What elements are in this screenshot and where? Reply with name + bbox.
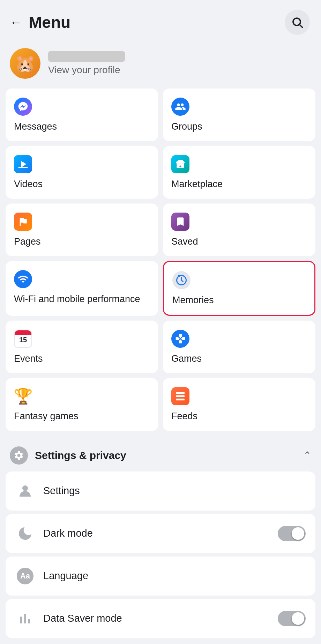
settings-header-left: Settings & privacy — [10, 446, 126, 465]
wifi-svg — [17, 274, 29, 285]
groups-label: Groups — [171, 121, 307, 133]
profile-row[interactable]: 🐹 View your profile — [0, 42, 321, 89]
marketplace-svg — [175, 159, 186, 170]
saved-svg — [175, 216, 186, 227]
settings-item-dark-mode[interactable]: Dark mode — [6, 514, 315, 553]
videos-svg — [17, 159, 29, 170]
avatar: 🐹 — [10, 48, 40, 79]
events-icon: 15 — [14, 330, 32, 348]
settings-chevron-icon: ⌃ — [303, 450, 311, 461]
settings-person-icon — [15, 481, 35, 501]
games-icon — [171, 330, 189, 348]
svg-line-1 — [300, 25, 303, 28]
messenger-svg — [17, 101, 29, 112]
data-saver-label: Data Saver mode — [43, 613, 122, 624]
memories-icon — [172, 271, 191, 289]
svg-rect-6 — [176, 399, 185, 400]
profile-name-blurred — [48, 51, 125, 62]
menu-item-wifi[interactable]: Wi-Fi and mobile performance — [6, 261, 158, 316]
games-svg — [175, 333, 186, 344]
fantasy-icon: 🏆 — [14, 387, 32, 405]
settings-item-language[interactable]: Aa Language — [6, 557, 315, 596]
dark-mode-label: Dark mode — [43, 528, 93, 539]
header-left: ← Menu — [10, 13, 70, 32]
feeds-label: Feeds — [171, 410, 307, 422]
view-profile-link: View your profile — [48, 64, 125, 76]
pages-svg — [17, 216, 29, 227]
menu-item-groups[interactable]: Groups — [163, 89, 315, 141]
data-saver-icon — [15, 609, 35, 628]
pages-label: Pages — [14, 236, 150, 248]
marketplace-label: Marketplace — [171, 178, 307, 190]
language-aa-icon: Aa — [17, 568, 33, 584]
svg-rect-4 — [176, 392, 185, 394]
videos-label: Videos — [14, 178, 150, 190]
profile-info: View your profile — [48, 51, 125, 76]
person-svg — [17, 483, 33, 499]
svg-point-7 — [22, 485, 28, 491]
menu-item-events[interactable]: 15 Events — [6, 321, 158, 373]
menu-item-fantasy[interactable]: 🏆 Fantasy games — [6, 378, 158, 431]
menu-item-feeds[interactable]: Feeds — [163, 378, 315, 431]
gear-svg — [14, 450, 24, 461]
menu-grid: Messages Groups Videos Marketplace — [0, 89, 321, 431]
search-button[interactable] — [285, 10, 310, 35]
svg-rect-2 — [18, 167, 28, 168]
groups-svg — [175, 101, 186, 112]
messenger-icon — [14, 98, 32, 116]
data-saver-svg — [17, 610, 33, 627]
menu-item-marketplace[interactable]: Marketplace — [163, 146, 315, 199]
menu-item-pages[interactable]: Pages — [6, 204, 158, 256]
data-saver-toggle-knob — [292, 612, 304, 625]
moon-icon — [15, 524, 35, 543]
settings-item-data-saver[interactable]: Data Saver mode — [6, 599, 315, 638]
saved-icon — [171, 213, 189, 231]
settings-section: Settings & privacy ⌃ Settings — [0, 437, 321, 638]
menu-item-memories[interactable]: Memories — [163, 261, 315, 316]
marketplace-icon — [171, 155, 189, 173]
fantasy-label: Fantasy games — [14, 410, 150, 422]
toggle-knob — [292, 527, 304, 540]
settings-item-settings[interactable]: Settings — [6, 472, 315, 511]
settings-header[interactable]: Settings & privacy ⌃ — [0, 437, 321, 472]
menu-item-saved[interactable]: Saved — [163, 204, 315, 256]
memories-label: Memories — [172, 294, 306, 306]
menu-item-messages[interactable]: Messages — [6, 89, 158, 141]
moon-svg — [17, 525, 33, 542]
pages-icon — [14, 213, 32, 231]
groups-icon — [171, 98, 189, 116]
settings-item-data-saver-left: Data Saver mode — [15, 609, 122, 628]
settings-item-language-left: Aa Language — [15, 566, 88, 586]
settings-item-settings-left: Settings — [15, 481, 80, 501]
settings-list: Settings Dark mode Aa — [0, 472, 321, 638]
language-label: Language — [43, 570, 88, 582]
menu-item-games[interactable]: Games — [163, 321, 315, 373]
gear-icon — [10, 446, 28, 465]
messages-label: Messages — [14, 121, 150, 133]
saved-label: Saved — [171, 236, 307, 248]
feeds-icon — [171, 387, 189, 405]
data-saver-toggle[interactable] — [278, 611, 306, 626]
wifi-label: Wi-Fi and mobile performance — [14, 293, 150, 305]
settings-label: Settings — [43, 485, 80, 497]
language-icon: Aa — [15, 566, 35, 586]
svg-rect-5 — [176, 396, 185, 397]
memories-svg — [175, 274, 188, 286]
back-button[interactable]: ← — [10, 16, 22, 29]
search-icon — [291, 16, 304, 29]
settings-item-dark-mode-left: Dark mode — [15, 524, 93, 543]
wifi-icon — [14, 270, 32, 288]
games-label: Games — [171, 353, 307, 365]
header: ← Menu — [0, 0, 321, 42]
dark-mode-toggle[interactable] — [278, 526, 306, 541]
videos-icon — [14, 155, 32, 173]
feeds-svg — [175, 391, 186, 402]
page-title: Menu — [29, 13, 70, 32]
settings-title: Settings & privacy — [35, 450, 126, 461]
events-label: Events — [14, 353, 150, 365]
menu-item-videos[interactable]: Videos — [6, 146, 158, 199]
